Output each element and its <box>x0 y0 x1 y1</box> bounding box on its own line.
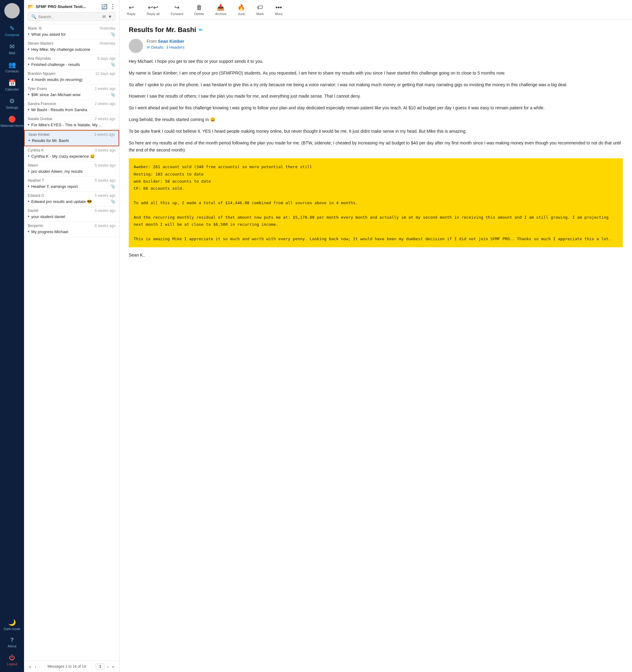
page-number-input[interactable] <box>96 663 104 670</box>
headers-link[interactable]: ℹ Headers <box>167 45 185 50</box>
email-subject-row[interactable]: • Mr Bashi - Results from Sandra <box>24 106 119 115</box>
email-item-group[interactable]: Edward G 5 weeks ago • Edward pro result… <box>24 192 119 207</box>
email-subject-text: 4 month results (in recurring) <box>31 77 116 82</box>
more-icon: ••• <box>276 4 282 11</box>
highlighted-block: Aweber: 261 account sold (348 free accou… <box>129 158 623 247</box>
email-subject-row[interactable]: • Cynthia K - My crazy experience 😀 <box>24 153 119 161</box>
sidebar-item-settings[interactable]: ⚙ Settings <box>0 94 24 113</box>
unread-bullet: • <box>28 32 29 37</box>
sidebar-item-calendar[interactable]: 📅 Calendar <box>0 76 24 94</box>
email-item-group[interactable]: Natalie Dunbar 2 weeks ago • For Mike's … <box>24 115 119 130</box>
logout-icon: ⏻ <box>9 654 15 661</box>
archive-label: Archive <box>215 12 226 16</box>
email-subject-row[interactable]: • $9K since Jan Michael wow 📎 <box>24 92 119 100</box>
prev-page-button[interactable]: ‹ <box>33 664 37 670</box>
email-subject-row[interactable]: • Edward pro results and update 😎 📎 <box>24 198 119 207</box>
sidebar-item-calendar-label: Calendar <box>5 88 19 91</box>
unread-bullet: • <box>28 77 29 82</box>
email-item-group[interactable]: Benjamin 6 weeks ago • My progress Micha… <box>24 222 119 237</box>
email-subject-row[interactable]: • pro studen Aileen, my results <box>24 168 119 176</box>
more-options-icon[interactable]: ⋮ <box>110 3 116 10</box>
email-subject-row[interactable]: • For Mike's EYES - This is Natalie, My … <box>24 122 119 130</box>
sidebar-nav: ✎ Compose ✉ Mail 👥 Contacts 📅 Calendar ⚙… <box>0 0 24 672</box>
email-items-list: Marie .B. Yesterday • What you asked for… <box>24 24 119 661</box>
email-subject-row[interactable]: • Hey Mike; My challenge outcome <box>24 46 119 54</box>
archive-icon: 📥 <box>217 4 224 11</box>
compose-search-icon[interactable]: ✉ <box>102 14 106 19</box>
sidebar-item-logout[interactable]: ⏻ Logout <box>0 651 24 669</box>
email-subject-row[interactable]: • Heather T. earnings report 📎 <box>24 183 119 192</box>
email-sender-date: Yesterday <box>99 26 116 30</box>
email-item-group[interactable]: Heather T 5 weeks ago • Heather T. earni… <box>24 176 119 192</box>
unread-bullet: • <box>28 62 29 67</box>
email-paragraph: My name is Sean Kimber; I am one of your… <box>129 70 623 77</box>
email-sender-date: 6 weeks ago <box>95 223 116 228</box>
email-sender-name: Steven Masters <box>28 41 53 46</box>
junk-button[interactable]: 🔥 Junk <box>235 2 248 17</box>
pagination-next[interactable]: › » <box>106 664 116 670</box>
email-subject-row[interactable]: • My progress Michael <box>24 229 119 237</box>
filter-icon[interactable]: ▼ <box>108 14 112 19</box>
email-subject-row[interactable]: • your student daniel <box>24 213 119 222</box>
about-icon: ? <box>10 637 14 643</box>
reply-all-button[interactable]: ↩↩ Reply all <box>144 2 162 17</box>
edit-icon[interactable]: ✏ <box>199 27 203 33</box>
from-row: From Sean Kimber ✉ Details ℹ Headers <box>129 39 623 53</box>
from-name-row: From Sean Kimber <box>147 39 185 44</box>
forward-button[interactable]: ↪ Forward <box>168 2 186 17</box>
email-item-group[interactable]: Cynthia K 3 weeks ago • Cynthia K - My c… <box>24 146 119 161</box>
next-page-button[interactable]: › <box>106 664 110 670</box>
sidebar-item-webmail[interactable]: 🔴 Webmail Home <box>0 113 24 130</box>
email-paragraph: So after I spoke to you on the phone, I … <box>129 81 623 89</box>
email-paragraph: Long behold; the results started coming … <box>129 116 623 123</box>
from-name-link[interactable]: Sean Kimber <box>158 39 185 44</box>
sidebar-item-mail[interactable]: ✉ Mail <box>0 40 24 58</box>
sidebar-item-settings-label: Settings <box>6 106 18 109</box>
email-item-group[interactable]: Steven Masters Yesterday • Hey Mike; My … <box>24 40 119 54</box>
email-item-group[interactable]: Marie .B. Yesterday • What you asked for… <box>24 24 119 40</box>
details-icon: ✉ <box>147 45 150 50</box>
email-subject-row[interactable]: • What you asked for 📎 <box>24 31 119 40</box>
email-item-group[interactable]: Aria Reynolds 8 days ago • Finished chal… <box>24 54 119 70</box>
more-button[interactable]: ••• More <box>273 3 285 17</box>
sidebar-item-contacts[interactable]: 👥 Contacts <box>0 58 24 76</box>
last-page-button[interactable]: » <box>111 664 116 670</box>
first-page-button[interactable]: « <box>28 664 32 670</box>
email-subject-text: Heather T. earnings report <box>31 184 109 189</box>
sidebar-item-compose[interactable]: ✎ Compose <box>0 22 24 40</box>
email-item-group[interactable]: Sandra Franceze 2 weeks ago • Mr Bashi -… <box>24 100 119 115</box>
email-item-group[interactable]: Daniel 6 weeks ago • your student daniel <box>24 207 119 222</box>
email-sender-row: Natalie Dunbar 2 weeks ago <box>24 115 119 122</box>
reply-all-icon: ↩↩ <box>148 4 158 11</box>
email-sender-row: Sean Kimber 3 weeks ago <box>25 130 119 137</box>
details-link[interactable]: ✉ Details <box>147 45 164 50</box>
email-item-group[interactable]: Sean Kimber 3 weeks ago • Results for Mr… <box>24 130 119 146</box>
email-subject-text: $9K since Jan Michael wow <box>31 92 109 97</box>
email-sender-name: Edward G <box>28 193 44 198</box>
email-item-group[interactable]: Tyler Evans 2 weeks ago • $9K since Jan … <box>24 85 119 100</box>
app-logo <box>4 3 20 19</box>
unread-bullet: • <box>28 92 29 97</box>
attachment-icon: 📎 <box>111 62 116 67</box>
mark-button[interactable]: 🏷 Mark <box>254 3 266 17</box>
sidebar-item-mail-label: Mail <box>9 51 15 55</box>
reply-button[interactable]: ↩ Reply <box>124 2 138 17</box>
sidebar-item-about[interactable]: ? About <box>0 634 24 651</box>
delete-button[interactable]: 🗑 Delete <box>192 3 206 17</box>
search-input[interactable] <box>38 15 100 19</box>
headers-icon: ℹ <box>167 45 168 50</box>
unread-bullet: • <box>28 138 30 143</box>
sign-off: Sean K.. <box>129 251 623 259</box>
sidebar-item-darkmode[interactable]: 🌙 Dark mode <box>0 616 24 634</box>
search-bar: 🔍 ✉ ▼ <box>28 12 116 21</box>
email-item-group[interactable]: Aileen 5 weeks ago • pro studen Aileen, … <box>24 161 119 176</box>
pagination-prev[interactable]: « ‹ <box>28 664 38 670</box>
email-item-group[interactable]: Brandon Nguyen 12 days ago • 4 month res… <box>24 70 119 85</box>
unread-bullet: • <box>28 107 29 112</box>
refresh-icon[interactable]: 🔄 <box>101 4 107 9</box>
email-subject-row[interactable]: • 4 month results (in recurring) <box>24 76 119 85</box>
email-subject-row[interactable]: • Results for Mr. Bashi <box>25 137 119 146</box>
calendar-icon: 📅 <box>8 79 16 87</box>
email-subject-row[interactable]: • Finished challenge - results 📎 <box>24 61 119 70</box>
archive-button[interactable]: 📥 Archive <box>213 2 229 17</box>
